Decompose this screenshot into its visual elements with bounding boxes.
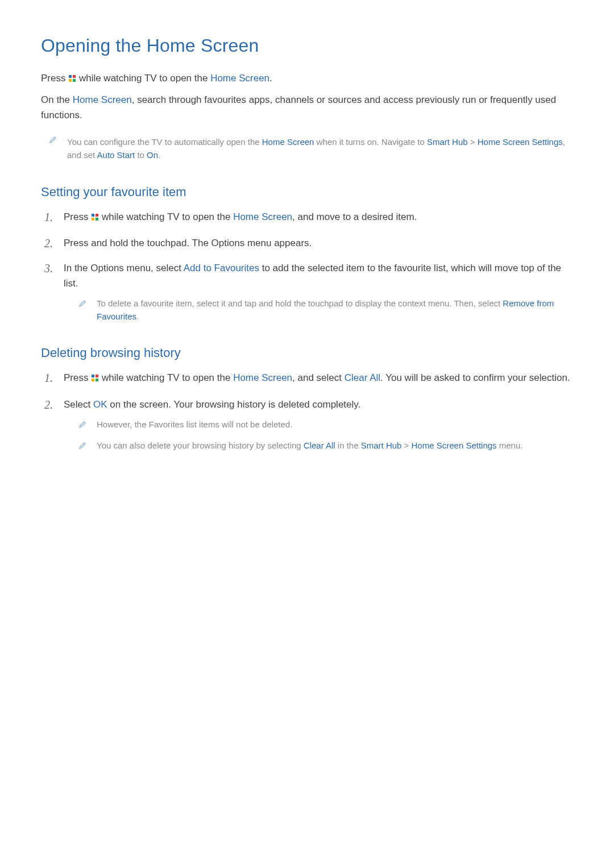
note-text: To delete a favourite item, select it an… xyxy=(97,297,573,323)
note-text: You can also delete your browsing histor… xyxy=(97,439,573,454)
auto-start-link: Auto Start xyxy=(97,150,135,160)
pencil-icon xyxy=(78,439,86,454)
info-note: You can also delete your browsing histor… xyxy=(64,439,573,454)
home-screen-link: Home Screen xyxy=(233,211,292,222)
svg-rect-6 xyxy=(92,218,94,221)
pencil-icon xyxy=(78,297,86,323)
svg-rect-11 xyxy=(96,379,98,381)
text: menu. xyxy=(497,441,523,450)
breadcrumb-sep: > xyxy=(468,137,478,147)
svg-rect-10 xyxy=(92,379,94,381)
steps-list-favourite: Press while watching TV to open the Home… xyxy=(41,210,573,323)
note-text: However, the Favorites list items will n… xyxy=(97,418,573,433)
clear-all-link: Clear All xyxy=(304,441,335,450)
text: . xyxy=(269,73,272,84)
smart-hub-icon xyxy=(91,211,99,226)
breadcrumb-sep: > xyxy=(401,441,411,450)
svg-rect-5 xyxy=(96,214,98,217)
home-screen-settings-link: Home Screen Settings xyxy=(412,441,497,450)
step-item: Press while watching TV to open the Home… xyxy=(44,210,573,226)
intro-paragraph-1: Press while watching TV to open the Home… xyxy=(41,71,573,87)
svg-rect-0 xyxy=(69,75,72,78)
svg-rect-7 xyxy=(96,218,98,221)
text: . xyxy=(136,312,139,321)
text: when it turns on. Navigate to xyxy=(314,137,426,147)
section-title-history: Deleting browsing history xyxy=(41,346,573,360)
step-item: Select OK on the screen. Your browsing h… xyxy=(44,397,573,455)
svg-rect-9 xyxy=(96,375,98,377)
page-title: Opening the Home Screen xyxy=(41,35,573,56)
smart-hub-link: Smart Hub xyxy=(427,137,468,147)
text: You can also delete your browsing histor… xyxy=(97,441,304,450)
home-screen-link: Home Screen xyxy=(262,137,314,147)
on-link: On xyxy=(147,150,158,160)
svg-rect-8 xyxy=(92,375,94,377)
home-screen-link: Home Screen xyxy=(233,372,292,383)
text: . You will be asked to confirm your sele… xyxy=(380,372,570,383)
step-item: In the Options menu, select Add to Favou… xyxy=(44,261,573,323)
text: However, the Favorites list items will n… xyxy=(97,420,292,429)
smart-hub-icon xyxy=(91,372,99,387)
text: Press xyxy=(64,372,91,383)
text: Press and hold the touchpad. The Options… xyxy=(64,238,312,248)
info-note: To delete a favourite item, select it an… xyxy=(64,297,573,323)
svg-rect-1 xyxy=(73,75,76,78)
intro-paragraph-2: On the Home Screen, search through favou… xyxy=(41,93,573,123)
text: in the xyxy=(335,441,361,450)
text: while watching TV to open the xyxy=(76,73,210,84)
text: On the xyxy=(41,94,73,105)
text: Press xyxy=(64,211,91,222)
svg-rect-4 xyxy=(92,214,94,217)
home-screen-link: Home Screen xyxy=(210,73,269,84)
ok-link: OK xyxy=(93,399,107,410)
info-note: You can configure the TV to automaticall… xyxy=(41,135,573,162)
svg-rect-3 xyxy=(73,79,76,82)
step-item: Press while watching TV to open the Home… xyxy=(44,371,573,387)
smart-hub-link: Smart Hub xyxy=(361,441,402,450)
steps-list-history: Press while watching TV to open the Home… xyxy=(41,371,573,454)
text: , and move to a desired item. xyxy=(292,211,417,222)
text: to xyxy=(135,150,147,160)
text: To delete a favourite item, select it an… xyxy=(97,298,503,308)
home-screen-settings-link: Home Screen Settings xyxy=(478,137,563,147)
text: while watching TV to open the xyxy=(99,372,233,383)
home-screen-link: Home Screen xyxy=(73,94,132,105)
step-item: Press and hold the touchpad. The Options… xyxy=(44,236,573,251)
text: on the screen. Your browsing history is … xyxy=(107,399,361,410)
add-to-favourites-link: Add to Favourites xyxy=(184,263,259,273)
text: You can configure the TV to automaticall… xyxy=(67,137,262,147)
document-page: Opening the Home Screen Press while watc… xyxy=(0,0,614,455)
info-note: However, the Favorites list items will n… xyxy=(64,418,573,433)
clear-all-link: Clear All xyxy=(345,372,380,383)
text: while watching TV to open the xyxy=(99,211,233,222)
pencil-icon xyxy=(78,418,86,433)
text: , and select xyxy=(292,372,345,383)
smart-hub-icon xyxy=(68,72,76,87)
svg-rect-2 xyxy=(69,79,72,82)
pencil-icon xyxy=(49,136,57,162)
text: Select xyxy=(64,399,93,410)
text: In the Options menu, select xyxy=(64,263,184,273)
text: Press xyxy=(41,73,68,84)
text: . xyxy=(158,150,160,160)
section-title-favourite: Setting your favourite item xyxy=(41,185,573,200)
note-text: You can configure the TV to automaticall… xyxy=(67,135,573,162)
